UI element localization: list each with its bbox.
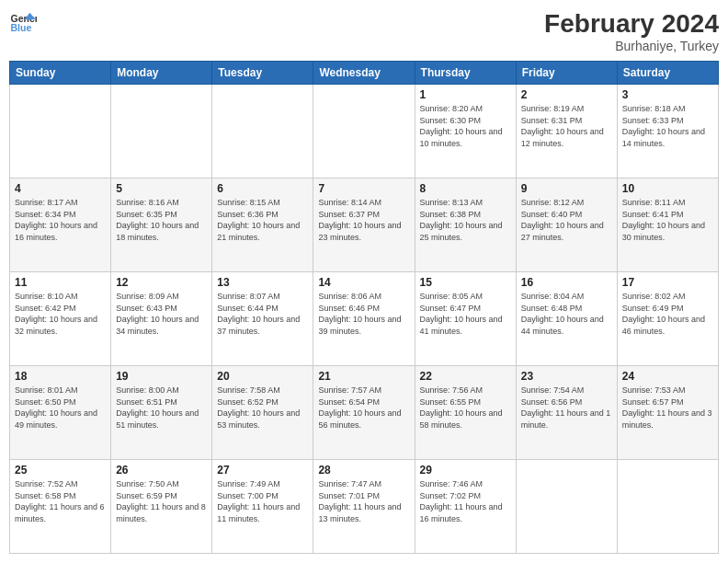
col-sunday: Sunday [10, 62, 111, 85]
day-info: Sunrise: 8:05 AM Sunset: 6:47 PM Dayligh… [420, 291, 511, 337]
table-row [10, 85, 111, 178]
day-number: 25 [15, 464, 106, 477]
day-number: 27 [217, 464, 308, 477]
day-number: 21 [318, 370, 409, 383]
main-title: February 2024 [544, 9, 719, 39]
day-number: 8 [420, 182, 511, 195]
day-info: Sunrise: 8:12 AM Sunset: 6:40 PM Dayligh… [521, 197, 612, 243]
table-row: 13Sunrise: 8:07 AM Sunset: 6:44 PM Dayli… [212, 272, 313, 366]
day-number: 16 [521, 276, 612, 289]
day-number: 18 [15, 370, 106, 383]
table-row: 10Sunrise: 8:11 AM Sunset: 6:41 PM Dayli… [617, 178, 718, 272]
table-row: 29Sunrise: 7:46 AM Sunset: 7:02 PM Dayli… [415, 460, 516, 554]
title-block: February 2024 Burhaniye, Turkey [544, 9, 719, 53]
table-row: 21Sunrise: 7:57 AM Sunset: 6:54 PM Dayli… [313, 366, 415, 460]
page: General Blue February 2024 Burhaniye, Tu… [0, 0, 728, 563]
day-info: Sunrise: 7:57 AM Sunset: 6:54 PM Dayligh… [318, 385, 409, 431]
table-row: 20Sunrise: 7:58 AM Sunset: 6:52 PM Dayli… [212, 366, 313, 460]
table-row [313, 85, 415, 178]
col-thursday: Thursday [415, 62, 516, 85]
day-number: 26 [116, 464, 207, 477]
day-info: Sunrise: 8:07 AM Sunset: 6:44 PM Dayligh… [217, 291, 308, 337]
table-row: 14Sunrise: 8:06 AM Sunset: 6:46 PM Dayli… [313, 272, 415, 366]
table-row [617, 460, 718, 554]
day-info: Sunrise: 7:50 AM Sunset: 6:59 PM Dayligh… [116, 478, 207, 524]
day-info: Sunrise: 7:47 AM Sunset: 7:01 PM Dayligh… [318, 478, 409, 524]
day-number: 9 [521, 182, 612, 195]
day-info: Sunrise: 7:58 AM Sunset: 6:52 PM Dayligh… [217, 385, 308, 431]
day-info: Sunrise: 8:14 AM Sunset: 6:37 PM Dayligh… [318, 197, 409, 243]
day-info: Sunrise: 7:49 AM Sunset: 7:00 PM Dayligh… [217, 478, 308, 524]
table-row: 5Sunrise: 8:16 AM Sunset: 6:35 PM Daylig… [111, 178, 212, 272]
table-row: 9Sunrise: 8:12 AM Sunset: 6:40 PM Daylig… [516, 178, 617, 272]
table-row: 15Sunrise: 8:05 AM Sunset: 6:47 PM Dayli… [415, 272, 516, 366]
calendar-week-row: 4Sunrise: 8:17 AM Sunset: 6:34 PM Daylig… [10, 178, 719, 272]
table-row: 18Sunrise: 8:01 AM Sunset: 6:50 PM Dayli… [10, 366, 111, 460]
day-number: 10 [622, 182, 713, 195]
day-info: Sunrise: 8:19 AM Sunset: 6:31 PM Dayligh… [521, 103, 612, 149]
day-info: Sunrise: 8:11 AM Sunset: 6:41 PM Dayligh… [622, 197, 713, 243]
table-row: 26Sunrise: 7:50 AM Sunset: 6:59 PM Dayli… [111, 460, 212, 554]
day-info: Sunrise: 7:54 AM Sunset: 6:56 PM Dayligh… [521, 385, 612, 431]
day-number: 13 [217, 276, 308, 289]
table-row [111, 85, 212, 178]
col-friday: Friday [516, 62, 617, 85]
table-row: 27Sunrise: 7:49 AM Sunset: 7:00 PM Dayli… [212, 460, 313, 554]
col-tuesday: Tuesday [212, 62, 313, 85]
day-number: 1 [420, 88, 511, 101]
day-number: 20 [217, 370, 308, 383]
subtitle: Burhaniye, Turkey [544, 39, 719, 53]
day-info: Sunrise: 8:16 AM Sunset: 6:35 PM Dayligh… [116, 197, 207, 243]
day-info: Sunrise: 8:09 AM Sunset: 6:43 PM Dayligh… [116, 291, 207, 337]
svg-text:Blue: Blue [11, 22, 32, 33]
day-info: Sunrise: 8:20 AM Sunset: 6:30 PM Dayligh… [420, 103, 511, 149]
table-row: 2Sunrise: 8:19 AM Sunset: 6:31 PM Daylig… [516, 85, 617, 178]
col-monday: Monday [111, 62, 212, 85]
day-info: Sunrise: 7:46 AM Sunset: 7:02 PM Dayligh… [420, 478, 511, 524]
day-number: 29 [420, 464, 511, 477]
day-info: Sunrise: 8:17 AM Sunset: 6:34 PM Dayligh… [15, 197, 106, 243]
table-row: 24Sunrise: 7:53 AM Sunset: 6:57 PM Dayli… [617, 366, 718, 460]
day-number: 14 [318, 276, 409, 289]
table-row: 16Sunrise: 8:04 AM Sunset: 6:48 PM Dayli… [516, 272, 617, 366]
table-row: 28Sunrise: 7:47 AM Sunset: 7:01 PM Dayli… [313, 460, 415, 554]
day-info: Sunrise: 8:00 AM Sunset: 6:51 PM Dayligh… [116, 385, 207, 431]
day-number: 15 [420, 276, 511, 289]
day-info: Sunrise: 8:02 AM Sunset: 6:49 PM Dayligh… [622, 291, 713, 337]
day-number: 6 [217, 182, 308, 195]
day-number: 4 [15, 182, 106, 195]
table-row [212, 85, 313, 178]
table-row: 4Sunrise: 8:17 AM Sunset: 6:34 PM Daylig… [10, 178, 111, 272]
col-saturday: Saturday [617, 62, 718, 85]
day-number: 7 [318, 182, 409, 195]
day-number: 24 [622, 370, 713, 383]
table-row: 11Sunrise: 8:10 AM Sunset: 6:42 PM Dayli… [10, 272, 111, 366]
day-number: 2 [521, 88, 612, 101]
day-number: 5 [116, 182, 207, 195]
calendar-week-row: 11Sunrise: 8:10 AM Sunset: 6:42 PM Dayli… [10, 272, 719, 366]
logo-icon: General Blue [9, 9, 37, 37]
day-info: Sunrise: 8:01 AM Sunset: 6:50 PM Dayligh… [15, 385, 106, 431]
header: General Blue February 2024 Burhaniye, Tu… [9, 9, 719, 53]
table-row: 6Sunrise: 8:15 AM Sunset: 6:36 PM Daylig… [212, 178, 313, 272]
day-number: 12 [116, 276, 207, 289]
logo: General Blue [9, 9, 40, 37]
day-info: Sunrise: 7:56 AM Sunset: 6:55 PM Dayligh… [420, 385, 511, 431]
day-info: Sunrise: 7:52 AM Sunset: 6:58 PM Dayligh… [15, 478, 106, 524]
day-number: 22 [420, 370, 511, 383]
table-row: 8Sunrise: 8:13 AM Sunset: 6:38 PM Daylig… [415, 178, 516, 272]
table-row: 22Sunrise: 7:56 AM Sunset: 6:55 PM Dayli… [415, 366, 516, 460]
calendar-week-row: 18Sunrise: 8:01 AM Sunset: 6:50 PM Dayli… [10, 366, 719, 460]
table-row: 12Sunrise: 8:09 AM Sunset: 6:43 PM Dayli… [111, 272, 212, 366]
day-info: Sunrise: 8:10 AM Sunset: 6:42 PM Dayligh… [15, 291, 106, 337]
day-info: Sunrise: 8:13 AM Sunset: 6:38 PM Dayligh… [420, 197, 511, 243]
day-info: Sunrise: 7:53 AM Sunset: 6:57 PM Dayligh… [622, 385, 713, 431]
day-info: Sunrise: 8:18 AM Sunset: 6:33 PM Dayligh… [622, 103, 713, 149]
day-number: 11 [15, 276, 106, 289]
day-number: 28 [318, 464, 409, 477]
day-number: 17 [622, 276, 713, 289]
table-row: 17Sunrise: 8:02 AM Sunset: 6:49 PM Dayli… [617, 272, 718, 366]
day-number: 23 [521, 370, 612, 383]
table-row: 19Sunrise: 8:00 AM Sunset: 6:51 PM Dayli… [111, 366, 212, 460]
table-row [516, 460, 617, 554]
